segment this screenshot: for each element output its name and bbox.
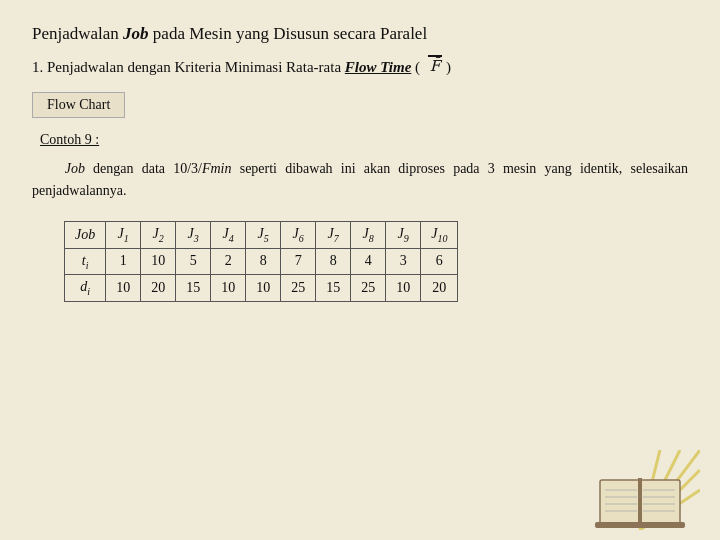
col-j9: J9 — [386, 221, 421, 248]
svg-rect-5 — [600, 480, 640, 525]
svg-rect-7 — [638, 478, 642, 525]
contoh-label: Contoh 9 : — [40, 132, 688, 148]
col-j8: J8 — [351, 221, 386, 248]
col-j6: J6 — [281, 221, 316, 248]
ti-9: 3 — [386, 248, 421, 275]
di-5: 10 — [246, 275, 281, 302]
f-bar-symbol: F̄ — [428, 55, 442, 75]
ti-6: 7 — [281, 248, 316, 275]
di-9: 10 — [386, 275, 421, 302]
col-j1: J1 — [106, 221, 141, 248]
ti-3: 5 — [176, 248, 211, 275]
di-10: 20 — [421, 275, 458, 302]
subtitle: 1. Penjadwalan dengan Kriteria Minimasi … — [32, 56, 688, 76]
col-j3: J3 — [176, 221, 211, 248]
ti-4: 2 — [211, 248, 246, 275]
di-1: 10 — [106, 275, 141, 302]
page-title: Penjadwalan Job pada Mesin yang Disusun … — [32, 24, 688, 44]
svg-rect-6 — [640, 480, 680, 525]
svg-rect-16 — [595, 522, 685, 528]
di-8: 25 — [351, 275, 386, 302]
col-j5: J5 — [246, 221, 281, 248]
job-italic: Job — [123, 24, 149, 43]
di-4: 10 — [211, 275, 246, 302]
di-3: 15 — [176, 275, 211, 302]
flow-time-text: Flow Time — [345, 59, 412, 75]
di-6: 25 — [281, 275, 316, 302]
di-7: 15 — [316, 275, 351, 302]
fmin-text: Fmin — [202, 161, 232, 176]
flow-chart-button[interactable]: Flow Chart — [32, 92, 125, 118]
job-em: Job — [65, 161, 85, 176]
ti-1: 1 — [106, 248, 141, 275]
description-text: Job dengan data 10/3/Fmin seperti dibawa… — [32, 158, 688, 203]
ti-2: 10 — [141, 248, 176, 275]
table-row-di: di 10 20 15 10 10 25 15 25 10 20 — [65, 275, 458, 302]
col-j2: J2 — [141, 221, 176, 248]
ti-10: 6 — [421, 248, 458, 275]
ti-7: 8 — [316, 248, 351, 275]
book-decoration — [580, 450, 700, 530]
ti-5: 8 — [246, 248, 281, 275]
table-wrapper: Job J1 J2 J3 J4 J5 J6 J7 J8 J9 J10 ti 1 … — [64, 221, 688, 302]
col-j7: J7 — [316, 221, 351, 248]
row-ti-label: ti — [65, 248, 106, 275]
job-table: Job J1 J2 J3 J4 J5 J6 J7 J8 J9 J10 ti 1 … — [64, 221, 458, 302]
col-j4: J4 — [211, 221, 246, 248]
col-job: Job — [65, 221, 106, 248]
col-j10: J10 — [421, 221, 458, 248]
table-header-row: Job J1 J2 J3 J4 J5 J6 J7 J8 J9 J10 — [65, 221, 458, 248]
row-di-label: di — [65, 275, 106, 302]
main-page: Penjadwalan Job pada Mesin yang Disusun … — [0, 0, 720, 540]
table-row-ti: ti 1 10 5 2 8 7 8 4 3 6 — [65, 248, 458, 275]
di-2: 20 — [141, 275, 176, 302]
ti-8: 4 — [351, 248, 386, 275]
